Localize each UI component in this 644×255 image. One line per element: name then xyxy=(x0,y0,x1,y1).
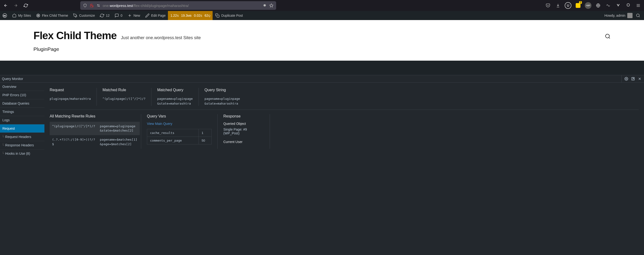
site-header: Flex Child Theme Just another one.wordpr… xyxy=(0,20,644,46)
duplicate-post-link[interactable]: Duplicate Post xyxy=(212,11,245,20)
hamburger-menu-icon[interactable] xyxy=(635,2,642,9)
footer-void xyxy=(0,61,644,75)
svg-line-17 xyxy=(639,16,640,17)
site-title[interactable]: Flex Child Theme xyxy=(34,30,116,42)
query-monitor-stats[interactable]: 1.22S 19.3MB 0.02S 62Q xyxy=(168,11,212,20)
rewrite-query: pagename=$matches[1] &page=$matches[2] xyxy=(98,135,140,148)
stat-dur: 0.02 xyxy=(194,14,200,18)
svg-point-5 xyxy=(99,6,99,6)
page-body: PluginPage xyxy=(0,46,644,61)
sidebar-item-hooks[interactable]: Hooks in Use (8) xyxy=(0,150,44,158)
reload-button[interactable] xyxy=(22,2,29,9)
rewrite-query: pagename=pluginpage &state=$matches[2] xyxy=(98,122,140,135)
sidebar-item-php-errors[interactable]: PHP Errors (10) xyxy=(0,91,44,99)
address-bar[interactable]: one.wordpress.test/flex-child/pluginpage… xyxy=(80,1,276,10)
matched-rule-heading: Matched Rule xyxy=(102,88,146,92)
updates-count: 12 xyxy=(106,14,110,18)
qv-key: cache_results xyxy=(147,129,199,137)
downloads-icon[interactable] xyxy=(555,2,561,9)
duplicate-label: Duplicate Post xyxy=(221,14,243,18)
my-sites-link[interactable]: My Sites xyxy=(10,11,34,20)
close-icon[interactable] xyxy=(637,76,642,81)
query-vars-heading: Query Vars xyxy=(147,114,212,118)
popout-icon[interactable] xyxy=(630,76,636,81)
matched-query-value: pagename=pluginpage&state=maharashtra xyxy=(157,96,193,106)
sidebar-item-logs[interactable]: Logs xyxy=(0,116,44,124)
table-row: cache_results1 xyxy=(147,129,212,137)
stat-mem: 19.3 xyxy=(181,14,188,18)
svg-point-18 xyxy=(606,34,609,38)
rewrite-heading: All Matching Rewrite Rules xyxy=(50,114,135,118)
qv-val: 1 xyxy=(199,129,212,137)
request-heading: Request xyxy=(50,88,91,92)
gear-icon[interactable] xyxy=(624,76,629,81)
rewrite-table: ^(pluginpage)/([^/]*)/? pagename=pluginp… xyxy=(50,122,140,149)
sidebar-item-request-headers[interactable]: Request Headers xyxy=(0,133,44,141)
edit-page-label: Edit Page xyxy=(151,14,166,18)
qm-body: Overview PHP Errors (10) Database Querie… xyxy=(0,82,644,250)
pocket-icon[interactable] xyxy=(545,2,551,9)
svg-point-16 xyxy=(636,14,639,17)
matched-rule-value: ^(pluginpage)/([^/]*)/? xyxy=(102,96,146,101)
ext-wave-icon[interactable] xyxy=(605,2,612,9)
svg-point-20 xyxy=(626,78,627,79)
extensions-icon[interactable] xyxy=(625,2,632,9)
sidebar-item-db-queries[interactable]: Database Queries xyxy=(0,99,44,108)
queried-object-label: Queried Object xyxy=(223,122,264,126)
admin-search-icon[interactable] xyxy=(634,12,642,19)
site-name-label: Flex Child Theme xyxy=(42,14,68,18)
qv-key: comments_per_page xyxy=(147,137,199,144)
extension-icon[interactable] xyxy=(262,3,267,8)
qm-title: Query Monitor xyxy=(2,77,23,81)
matched-query-heading: Matched Query xyxy=(157,88,193,92)
rewrite-pattern: ^(pluginpage)/([^/]*)/? xyxy=(50,122,98,135)
ext-globe-icon[interactable] xyxy=(595,2,602,9)
table-row: ^(pluginpage)/([^/]*)/? pagename=pluginp… xyxy=(50,122,140,135)
qm-main-panel: Request pluginpage/maharashtra Matched R… xyxy=(44,82,644,250)
forward-button[interactable] xyxy=(12,2,19,9)
stat-time: 1.22 xyxy=(170,14,177,18)
sidebar-item-timings[interactable]: Timings xyxy=(0,108,44,116)
ext-badge-icon[interactable]: 5 xyxy=(575,2,582,9)
edit-page-link[interactable]: Edit Page xyxy=(142,11,168,20)
view-main-query-link[interactable]: View Main Query xyxy=(147,122,212,126)
page-title: PluginPage xyxy=(34,46,610,52)
back-button[interactable] xyxy=(2,2,9,9)
wp-logo[interactable] xyxy=(0,11,10,20)
new-content-link[interactable]: New xyxy=(125,11,142,20)
bookmark-star-icon[interactable] xyxy=(269,3,274,8)
customize-link[interactable]: Customize xyxy=(70,11,97,20)
table-row: comments_per_page50 xyxy=(147,137,212,144)
howdy-text[interactable]: Howdy, admin xyxy=(604,14,625,18)
browser-toolbar: one.wordpress.test/flex-child/pluginpage… xyxy=(0,0,644,11)
response-heading: Response xyxy=(223,114,264,118)
sidebar-item-response-headers[interactable]: Response Headers xyxy=(0,141,44,150)
qm-header: Query Monitor xyxy=(0,75,644,82)
new-label: New xyxy=(134,14,140,18)
svg-rect-15 xyxy=(217,15,219,18)
ext-v-icon[interactable] xyxy=(615,2,622,9)
query-string-value: pagename=pluginpage&state=maharashtra xyxy=(204,96,633,106)
qv-val: 50 xyxy=(199,137,212,144)
site-name-link[interactable]: Flex Child Theme xyxy=(34,11,70,20)
query-vars-table: cache_results1 comments_per_page50 xyxy=(147,129,212,144)
comments-count: 0 xyxy=(121,14,122,18)
query-string-heading: Query String xyxy=(204,88,633,92)
permissions-icon[interactable] xyxy=(96,3,101,8)
stat-queries: 62 xyxy=(204,14,208,18)
svg-line-19 xyxy=(609,38,610,38)
ext-abp-icon[interactable]: ABP xyxy=(585,2,592,9)
svg-marker-6 xyxy=(270,4,273,7)
queried-object-value: Single Page: #9 (WP_Post) xyxy=(223,128,264,135)
rewrite-pattern: (.?.+?)(?:/([0-9]+))?/?$ xyxy=(50,135,98,148)
shield-icon xyxy=(83,3,88,8)
updates-link[interactable]: 12 xyxy=(97,11,112,20)
current-user-label: Current User xyxy=(223,140,264,144)
avatar[interactable] xyxy=(627,13,632,18)
ext-u-icon[interactable]: U xyxy=(565,2,572,9)
table-row: (.?.+?)(?:/([0-9]+))?/?$ pagename=$match… xyxy=(50,135,140,148)
sidebar-item-overview[interactable]: Overview xyxy=(0,82,44,91)
site-search-icon[interactable] xyxy=(605,34,610,40)
sidebar-item-request[interactable]: Request xyxy=(0,124,44,133)
comments-link[interactable]: 0 xyxy=(112,11,125,20)
